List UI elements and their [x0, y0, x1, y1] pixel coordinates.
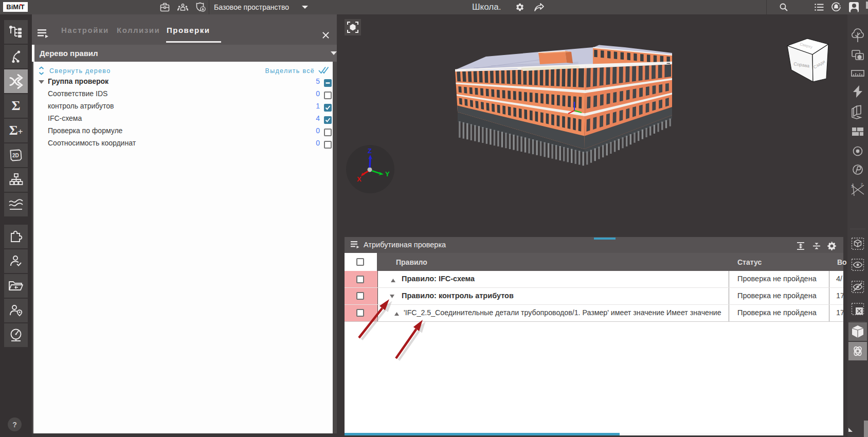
- svg-text:1: 1: [851, 185, 853, 188]
- svg-text:X: X: [357, 175, 361, 183]
- svg-text:Y: Y: [385, 170, 390, 178]
- svg-text:2: 2: [861, 183, 863, 186]
- svg-text:Z: Z: [368, 147, 372, 155]
- svg-text:2D: 2D: [12, 153, 19, 158]
